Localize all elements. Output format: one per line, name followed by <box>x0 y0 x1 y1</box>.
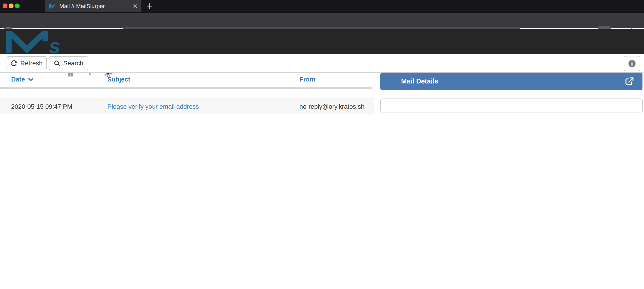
tab-close-icon[interactable] <box>132 3 138 9</box>
refresh-label: Refresh <box>20 60 42 67</box>
auto-refresh-info-button[interactable] <box>624 56 640 71</box>
mail-row: 2020-05-15 09:47 PM Please verify your e… <box>0 98 374 114</box>
browser-tab-bar: Mail // MailSlurper <box>0 0 644 12</box>
window-zoom-button[interactable] <box>15 3 20 8</box>
subject-header-label: Subject <box>107 76 130 83</box>
search-button[interactable]: Search <box>49 56 88 70</box>
mail-from-cell: no-reply@ory.kratos.sh <box>300 103 364 110</box>
from-header-label: From <box>300 76 315 83</box>
external-link-icon[interactable] <box>624 76 634 86</box>
browser-toolbar: 127.0.0.1:4436 uO <box>0 12 644 28</box>
mail-details-body <box>380 98 643 112</box>
mailslurper-navbar: s <box>0 29 644 54</box>
sort-chevron-down-icon <box>28 76 34 83</box>
mail-subject-link[interactable]: Please verify your email address <box>107 103 199 110</box>
mail-details-header: Mail Details <box>380 73 642 90</box>
plus-icon <box>146 2 153 10</box>
refresh-icon <box>11 60 17 66</box>
refresh-button[interactable]: Refresh <box>6 56 47 70</box>
window-minimize-button[interactable] <box>9 3 14 8</box>
browser-tab[interactable]: Mail // MailSlurper <box>45 0 142 12</box>
tab-title: Mail // MailSlurper <box>59 3 105 9</box>
info-circle-icon <box>628 60 636 67</box>
mail-date-cell: 2020-05-15 09:47 PM <box>11 103 72 110</box>
column-header-from[interactable]: From <box>300 76 315 83</box>
column-header-date[interactable]: Date <box>11 76 34 83</box>
action-bar: Refresh Search <box>0 54 644 73</box>
screen: Mail // MailSlurper 1 <box>0 0 644 289</box>
date-header-label: Date <box>11 76 25 83</box>
mail-details-title: Mail Details <box>401 77 438 85</box>
column-header-subject[interactable]: Subject <box>107 76 130 83</box>
logo-s-text: s <box>49 35 60 53</box>
mailslurper-logo: s <box>6 31 87 53</box>
search-label: Search <box>63 60 83 67</box>
table-header-rule <box>0 87 372 89</box>
new-tab-button[interactable] <box>145 2 154 10</box>
tab-favicon-mailslurper-icon <box>49 3 57 9</box>
window-close-button[interactable] <box>2 3 8 8</box>
search-icon <box>54 60 60 66</box>
